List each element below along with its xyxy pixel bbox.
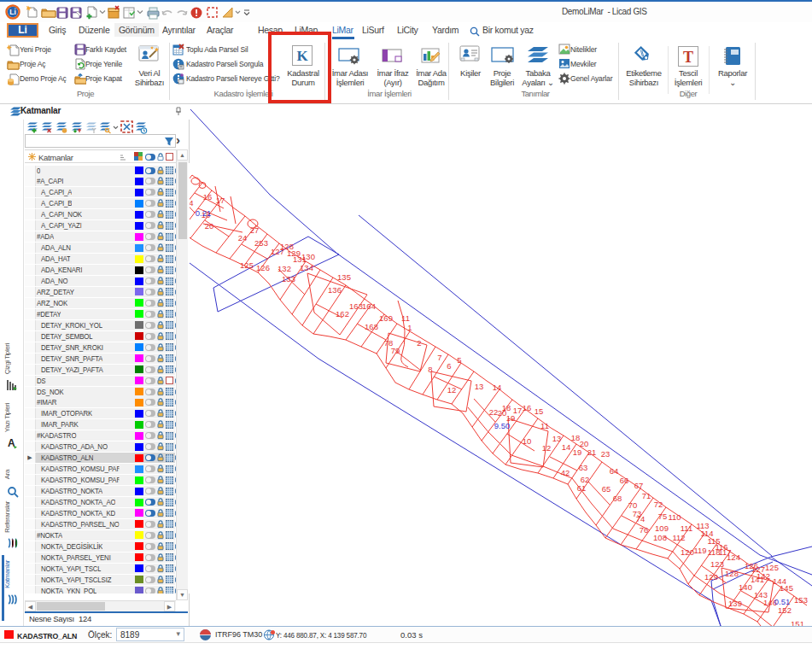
svg-text:108: 108 xyxy=(653,533,667,542)
svg-text:17: 17 xyxy=(216,196,225,205)
svg-text:145: 145 xyxy=(780,583,793,593)
svg-text:11: 11 xyxy=(540,421,549,430)
svg-text:27: 27 xyxy=(250,225,260,235)
svg-text:63: 63 xyxy=(579,463,588,472)
svg-text:13: 13 xyxy=(552,434,562,443)
svg-text:20: 20 xyxy=(498,408,507,418)
svg-text:124: 124 xyxy=(727,553,740,562)
svg-text:109: 109 xyxy=(655,523,669,533)
svg-text:140: 140 xyxy=(739,582,752,592)
svg-text:134: 134 xyxy=(300,263,313,272)
svg-text:71: 71 xyxy=(642,491,651,500)
svg-text:253: 253 xyxy=(254,238,268,248)
svg-text:8: 8 xyxy=(428,365,432,374)
svg-text:0.51: 0.51 xyxy=(774,597,791,606)
svg-text:12: 12 xyxy=(447,385,457,395)
svg-text:1: 1 xyxy=(407,323,412,332)
svg-text:153: 153 xyxy=(794,595,808,605)
svg-text:13: 13 xyxy=(475,382,484,391)
svg-text:129: 129 xyxy=(704,572,718,582)
svg-text:110: 110 xyxy=(668,512,681,522)
svg-text:11: 11 xyxy=(401,313,410,323)
svg-text:14: 14 xyxy=(562,442,571,452)
svg-text:6: 6 xyxy=(447,361,451,371)
svg-text:5: 5 xyxy=(457,355,461,365)
svg-text:66: 66 xyxy=(620,476,629,485)
svg-text:72: 72 xyxy=(654,500,663,509)
svg-text:22: 22 xyxy=(489,407,499,417)
svg-text:163: 163 xyxy=(349,301,363,311)
svg-text:133: 133 xyxy=(282,274,295,284)
svg-text:125: 125 xyxy=(240,260,254,270)
svg-text:119: 119 xyxy=(693,546,706,555)
svg-text:151: 151 xyxy=(791,619,804,626)
svg-text:168: 168 xyxy=(365,322,378,331)
svg-text:123: 123 xyxy=(710,559,724,569)
svg-text:20: 20 xyxy=(205,221,214,231)
svg-text:16: 16 xyxy=(523,403,532,412)
svg-text:76: 76 xyxy=(640,525,649,535)
svg-text:14: 14 xyxy=(493,383,502,392)
svg-text:4: 4 xyxy=(190,198,194,208)
svg-text:19: 19 xyxy=(573,447,582,457)
svg-text:128: 128 xyxy=(725,569,739,578)
svg-text:141: 141 xyxy=(751,575,764,584)
svg-text:139: 139 xyxy=(728,599,742,608)
svg-text:12: 12 xyxy=(542,443,552,453)
svg-text:67: 67 xyxy=(634,481,644,490)
svg-text:152: 152 xyxy=(778,605,792,615)
svg-text:21: 21 xyxy=(587,447,597,457)
svg-text:68: 68 xyxy=(613,494,622,503)
svg-text:Li: Li xyxy=(9,8,16,16)
svg-text:61: 61 xyxy=(577,483,587,493)
svg-text:16: 16 xyxy=(203,192,213,202)
svg-text:126: 126 xyxy=(256,263,270,272)
svg-text:15: 15 xyxy=(535,406,544,416)
svg-text:23: 23 xyxy=(601,449,610,459)
svg-text:130: 130 xyxy=(301,252,315,261)
svg-text:75: 75 xyxy=(658,512,668,521)
svg-text:64: 64 xyxy=(610,466,619,476)
svg-text:111: 111 xyxy=(681,523,692,533)
svg-text:118: 118 xyxy=(707,547,720,557)
svg-text:74: 74 xyxy=(636,514,646,523)
svg-text:0.21: 0.21 xyxy=(196,208,212,218)
svg-text:9.50: 9.50 xyxy=(494,421,511,430)
svg-text:10: 10 xyxy=(523,436,532,446)
svg-text:135: 135 xyxy=(337,272,351,282)
svg-text:7: 7 xyxy=(437,353,441,362)
svg-text:132: 132 xyxy=(277,264,291,273)
svg-text:169: 169 xyxy=(379,313,393,323)
svg-text:2: 2 xyxy=(417,338,421,348)
svg-text:65: 65 xyxy=(602,484,611,494)
svg-text:18: 18 xyxy=(571,433,581,442)
svg-text:162: 162 xyxy=(336,309,349,319)
svg-text:42: 42 xyxy=(561,468,570,477)
svg-text:164: 164 xyxy=(362,301,376,311)
svg-text:112: 112 xyxy=(672,533,685,542)
svg-text:136: 136 xyxy=(328,285,342,295)
svg-text:79: 79 xyxy=(391,346,400,355)
svg-text:24: 24 xyxy=(238,233,248,243)
svg-text:T: T xyxy=(683,49,693,66)
svg-text:120: 120 xyxy=(681,547,694,557)
